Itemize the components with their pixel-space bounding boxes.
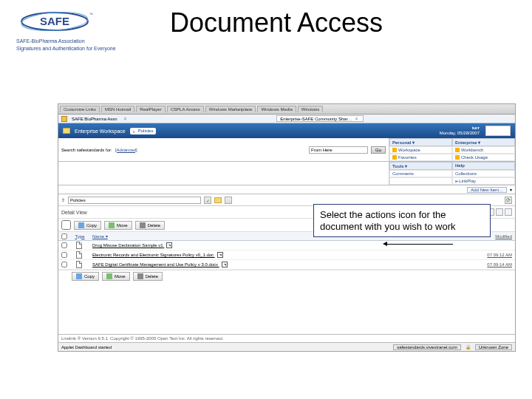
go-button[interactable]: Go	[371, 146, 386, 154]
view-large-icon[interactable]	[505, 208, 512, 216]
path-go-button[interactable]: ✓	[204, 197, 211, 204]
panel-help[interactable]: Help	[452, 162, 515, 170]
row-checkbox[interactable]	[61, 242, 67, 248]
pointer-arrow	[386, 244, 453, 245]
row-checkbox[interactable]	[61, 262, 67, 267]
folder-icon[interactable]	[214, 197, 222, 203]
add-new-item-button[interactable]: Add New Item…	[467, 187, 507, 193]
panel-collections[interactable]: Collections	[452, 170, 515, 177]
move-icon	[109, 222, 115, 228]
logo-tagline-1: SAFE-BioPharma Association	[16, 38, 127, 44]
panel-workspace[interactable]: Workspace	[389, 146, 452, 154]
linkbar-item[interactable]: Windows Media	[257, 106, 296, 112]
delete-icon	[137, 273, 143, 279]
linkbar-item[interactable]: Windows	[298, 106, 323, 112]
options-button[interactable]	[225, 197, 232, 204]
doc-name-link[interactable]: SAFE Digital Certificate Management and …	[92, 262, 218, 267]
actions-icon[interactable]	[222, 262, 228, 267]
doc-name-link[interactable]: Electronic Records and Electronic Signat…	[92, 253, 214, 257]
star-icon	[455, 155, 460, 160]
copy-button-bottom[interactable]: Copy	[72, 272, 99, 281]
breadcrumb[interactable]: Policies	[138, 129, 154, 133]
logo-brand-text: SAFE	[40, 15, 69, 27]
view-thumb-icon[interactable]	[496, 208, 503, 216]
linkbar-item[interactable]: RealPlayer	[136, 106, 165, 112]
actions-icon[interactable]	[166, 242, 172, 248]
doc-modified: 07 09:12 AM	[460, 253, 512, 257]
breadcrumb-sep: ▹	[133, 129, 135, 134]
safe-logo: SAFE ™ SAFE-BioPharma Association Signat…	[16, 9, 127, 51]
panel-favorites[interactable]: Favorites	[389, 154, 452, 161]
search-from-input[interactable]	[309, 146, 368, 154]
move-button-bottom[interactable]: Move	[102, 272, 130, 281]
copy-icon	[76, 273, 82, 279]
slide-title: Document Access	[170, 7, 383, 38]
panel-blank	[389, 177, 452, 185]
page-tab-1[interactable]: SAFE BioPharma Assn	[72, 117, 117, 121]
up-icon[interactable]: ⇧	[61, 197, 65, 202]
copy-button[interactable]: Copy	[74, 221, 101, 230]
panel-personal[interactable]: Personal ▾	[389, 138, 452, 146]
document-icon	[76, 251, 82, 259]
advanced-search-link[interactable]: [Advanced]	[115, 148, 137, 152]
panel-comments[interactable]: Comments	[389, 170, 452, 177]
workspace-icon	[63, 128, 70, 134]
linkbar-item[interactable]: Customize Links	[60, 106, 100, 112]
current-date: Monday, 05/28/2007	[440, 131, 480, 136]
panel-enterprise[interactable]: Enterprise ▾	[452, 138, 515, 146]
doc-modified: 07 09:14 AM	[460, 262, 512, 267]
delete-button-bottom[interactable]: Delete	[133, 272, 163, 281]
move-button[interactable]: Move	[104, 221, 132, 230]
view-label: Detail View	[61, 210, 87, 215]
panel-workbench[interactable]: Workbench	[452, 146, 515, 154]
panel-tools[interactable]: Tools ▾	[389, 162, 452, 170]
copyright-footer: Livelink ® Version 9.5.1. Copyright © 19…	[58, 334, 515, 342]
linkbar-item[interactable]: Windows Marketplace	[205, 106, 256, 112]
panel-checkusage[interactable]: Check Usage	[452, 154, 515, 161]
tab-close-icon[interactable]: ✕	[122, 116, 129, 121]
link-toolbar: Customize Links MSN Hotmail RealPlayer C…	[58, 104, 515, 115]
delete-button[interactable]: Delete	[135, 221, 165, 230]
favicon-icon	[61, 116, 67, 122]
star-icon	[392, 148, 397, 152]
linkbar-item[interactable]: MSN Hotmail	[101, 106, 134, 112]
actions-icon[interactable]	[217, 252, 223, 258]
select-all-checkbox[interactable]	[61, 220, 71, 230]
chevron-down-icon[interactable]: ▾	[510, 187, 512, 192]
svg-text:™: ™	[89, 12, 93, 16]
document-table: Type Name ▾ Modified Drug Misuse Declara…	[58, 232, 515, 270]
page-tab-active[interactable]: Enterprise-SAFE Community Shar… ✕	[276, 115, 364, 122]
status-url: safestandards.vivextranet.com	[393, 344, 460, 350]
doc-name-link[interactable]: Drug Misuse Declaration Sample v1	[92, 243, 163, 248]
table-row: Electronic Records and Electronic Signat…	[58, 250, 515, 260]
logo-tagline-2: Signatures and Authentication for Everyo…	[16, 46, 127, 52]
star-icon	[455, 148, 460, 152]
search-label: Search safestandards for:	[61, 148, 112, 152]
delete-icon	[140, 222, 146, 228]
copy-icon	[78, 222, 84, 228]
workspace-label: Enterprise Workspace	[75, 129, 126, 134]
status-text: Applet Dashboard started	[61, 345, 112, 349]
star-icon	[392, 155, 397, 160]
document-icon	[76, 261, 82, 268]
col-type[interactable]: Type	[70, 234, 89, 239]
path-input[interactable]	[68, 197, 201, 204]
table-row: Drug Misuse Declaration Sample v1	[58, 241, 515, 250]
brand-badge	[485, 126, 511, 136]
instruction-callout: Select the actions icon for the document…	[313, 204, 491, 237]
move-icon	[106, 273, 112, 279]
linkbar-item[interactable]: CSPLA Access	[167, 106, 204, 112]
user-name: turr	[440, 126, 480, 131]
panel-elinkplay[interactable]: e-LinkPlay	[452, 177, 515, 185]
status-zone: Unknown Zone	[475, 344, 512, 350]
refresh-button[interactable]: ⟳	[505, 197, 512, 204]
tab-close-icon[interactable]: ✕	[353, 117, 360, 121]
row-checkbox[interactable]	[61, 252, 67, 258]
header-checkbox[interactable]	[61, 233, 67, 239]
lock-icon: 🔒	[466, 344, 471, 349]
table-row: SAFE Digital Certificate Management and …	[58, 260, 515, 270]
document-icon	[76, 242, 82, 249]
